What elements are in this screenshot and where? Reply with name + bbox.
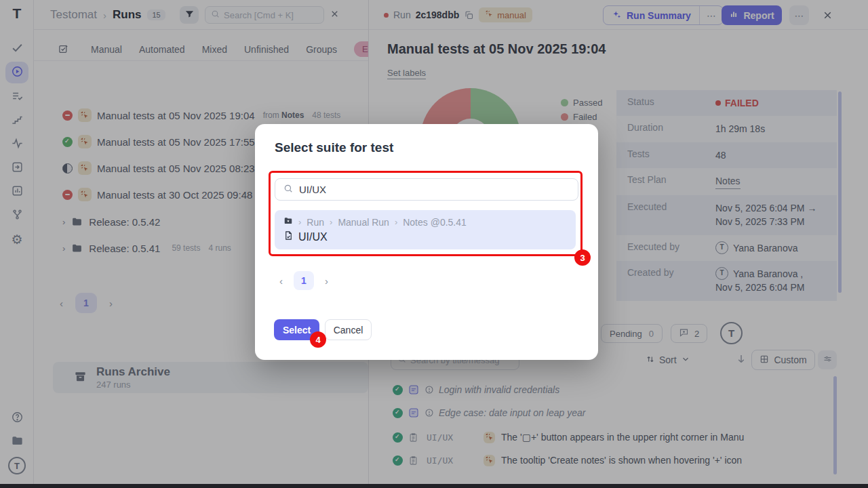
modal-pagination: ‹ 1 › [279, 271, 328, 290]
annotation-step-3: 3 [574, 249, 591, 266]
page-prev-button[interactable]: ‹ [279, 275, 283, 287]
suite-search-input[interactable] [299, 184, 570, 195]
suite-search[interactable] [275, 178, 578, 201]
select-suite-modal: Select suite for test › Run › Manual Run… [255, 124, 598, 360]
page-next-button[interactable]: › [325, 275, 328, 287]
doc-check-icon [283, 230, 294, 243]
window-bottom-edge [0, 484, 868, 488]
cancel-button[interactable]: Cancel [325, 319, 372, 340]
modal-title: Select suite for test [275, 140, 393, 155]
suite-result-item[interactable]: › Run › Manual Run › Notes @0.5.41 UI/UX [275, 210, 576, 249]
annotation-step-4: 4 [310, 331, 326, 348]
chevron-right-icon: › [395, 217, 397, 227]
folder-star-icon [283, 216, 293, 228]
breadcrumb-item: Manual Run [338, 217, 389, 228]
suite-name: UI/UX [298, 231, 328, 243]
suite-breadcrumb: › Run › Manual Run › Notes @0.5.41 [283, 216, 567, 228]
page-number[interactable]: 1 [294, 271, 314, 290]
app-screen: T ⚙ [0, 0, 868, 488]
suite-name-row: UI/UX [283, 230, 567, 243]
chevron-right-icon: › [330, 217, 332, 227]
breadcrumb-item: Run [307, 217, 324, 228]
search-icon [283, 184, 293, 196]
chevron-right-icon: › [298, 217, 301, 227]
breadcrumb-item: Notes @0.5.41 [403, 217, 467, 228]
